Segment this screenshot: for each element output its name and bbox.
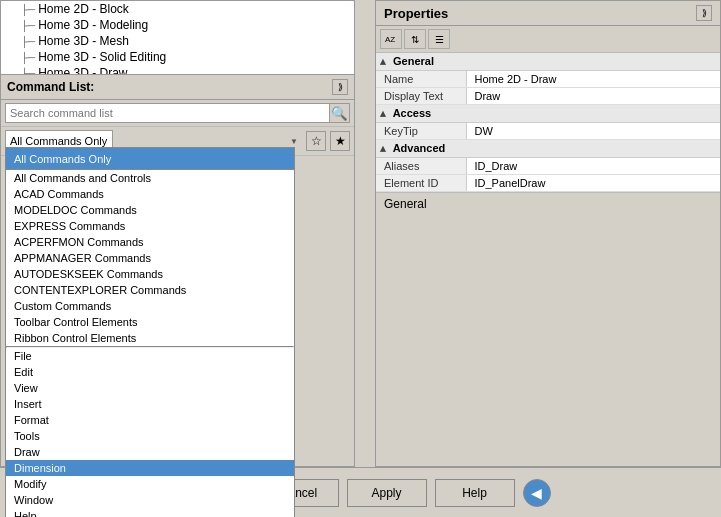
dropdown-item-express[interactable]: EXPRESS Commands [6, 218, 294, 234]
help-button[interactable]: Help [435, 479, 515, 507]
dropdown-item-help[interactable]: Help [6, 508, 294, 517]
tree-item-mesh[interactable]: ├─ Home 3D - Mesh [17, 33, 354, 49]
prop-value-keytip[interactable]: DW [466, 123, 720, 140]
tree-item-solid-editing[interactable]: ├─ Home 3D - Solid Editing [17, 49, 354, 65]
back-button[interactable]: ◀ [523, 479, 551, 507]
apply-button[interactable]: Apply [347, 479, 427, 507]
dropdown-item-view[interactable]: View [6, 380, 294, 396]
section-collapse-icon: ▴ [380, 55, 386, 67]
dropdown-item-modeldoc[interactable]: MODELDOC Commands [6, 202, 294, 218]
prop-value-element-id[interactable]: ID_PanelDraw [466, 175, 720, 192]
properties-title: Properties [384, 6, 448, 21]
tree-item-label: Home 3D - Modeling [38, 18, 148, 32]
properties-panel: Properties ⟫ AZ ⇅ ☰ ▴ [375, 0, 721, 467]
dropdown-item-acperfmon[interactable]: ACPERFMON Commands [6, 234, 294, 250]
dropdown-item-draw[interactable]: Draw [6, 444, 294, 460]
dropdown-item-label: ACAD Commands [14, 188, 104, 200]
general-label: General [384, 197, 427, 211]
prop-row-aliases: Aliases ID_Draw [376, 158, 720, 175]
section-collapse-icon: ▴ [380, 107, 386, 119]
prop-key-name: Name [376, 71, 466, 88]
tree-item-modeling[interactable]: ├─ Home 3D - Modeling [17, 17, 354, 33]
dropdown-item-ribbon-control[interactable]: Ribbon Control Elements [6, 330, 294, 346]
tree-expand-icon: ├─ [21, 52, 35, 63]
dropdown-item-label: Draw [14, 446, 40, 458]
dropdown-item-label: Modify [14, 478, 46, 490]
prop-toolbar: AZ ⇅ ☰ [376, 26, 720, 53]
tree-item-block[interactable]: ├─ Home 2D - Block [17, 1, 354, 17]
sort-az-icon: AZ [384, 31, 398, 47]
dropdown-item-tools[interactable]: Tools [6, 428, 294, 444]
section-header-advanced: ▴ Advanced [376, 140, 720, 158]
dropdown-item-edit[interactable]: Edit [6, 364, 294, 380]
prop-value-display-text[interactable]: Draw [466, 88, 720, 105]
collapse-icon: ⟫ [338, 82, 343, 92]
dropdown-item-toolbar-control[interactable]: Toolbar Control Elements [6, 314, 294, 330]
section-header-access: ▴ Access [376, 105, 720, 123]
tree-expand-icon: └─ [21, 68, 35, 76]
star-outline-button[interactable]: ☆ [306, 131, 326, 151]
dropdown-item-label: Insert [14, 398, 42, 410]
dropdown-item-label: All Commands and Controls [14, 172, 151, 184]
command-panel-title: Command List: [7, 80, 94, 94]
tree-item-label: Home 3D - Draw [38, 66, 127, 75]
dropdown-item-label: APPMANAGER Commands [14, 252, 151, 264]
dropdown-item-custom[interactable]: Custom Commands [6, 298, 294, 314]
prop-key-keytip: KeyTip [376, 123, 466, 140]
tree-expand-icon: ├─ [21, 4, 35, 15]
collapse-icon: ⟫ [702, 8, 707, 18]
dropdown-item-label: Dimension [14, 462, 66, 474]
tree-panel: ├─ Home 2D - Block ├─ Home 3D - Modeling… [0, 0, 355, 75]
search-row: 🔍 [1, 100, 354, 127]
dropdown-item-all-commands[interactable]: All Commands Only [6, 148, 294, 170]
dropdown-item-all-commands-controls[interactable]: All Commands and Controls [6, 170, 294, 186]
search-input[interactable] [5, 103, 330, 123]
prop-row-display-text: Display Text Draw [376, 88, 720, 105]
dropdown-item-insert[interactable]: Insert [6, 396, 294, 412]
dropdown-item-format[interactable]: Format [6, 412, 294, 428]
dropdown-item-window[interactable]: Window [6, 492, 294, 508]
properties-header: Properties ⟫ [376, 1, 720, 26]
dropdown-item-label: MODELDOC Commands [14, 204, 137, 216]
dropdown-item-label: CONTENTEXPLORER Commands [14, 284, 186, 296]
prop-value-name[interactable]: Home 2D - Draw [466, 71, 720, 88]
general-section-label: General [376, 192, 720, 215]
prop-sort-az-button[interactable]: AZ [380, 29, 402, 49]
prop-row-name: Name Home 2D - Draw [376, 71, 720, 88]
dropdown-item-acad[interactable]: ACAD Commands [6, 186, 294, 202]
star-filled-button[interactable]: ★ [330, 131, 350, 151]
dropdown-item-label: Help [14, 510, 37, 517]
prop-value-aliases[interactable]: ID_Draw [466, 158, 720, 175]
collapse-button[interactable]: ⟫ [332, 79, 348, 95]
dropdown-item-dimension[interactable]: Dimension [6, 460, 294, 476]
properties-table-container: ▴ General Name Home 2D - Draw Display Te… [376, 53, 720, 192]
dropdown-item-label: ACPERFMON Commands [14, 236, 144, 248]
search-button[interactable]: 🔍 [330, 103, 350, 123]
dropdown-item-contentexplorer[interactable]: CONTENTEXPLORER Commands [6, 282, 294, 298]
prop-key-display-text: Display Text [376, 88, 466, 105]
dropdown-item-label: All Commands Only [14, 153, 111, 165]
tree-expand-icon: ├─ [21, 20, 35, 31]
prop-key-element-id: Element ID [376, 175, 466, 192]
prop-row-element-id: Element ID ID_PanelDraw [376, 175, 720, 192]
list-icon: ☰ [435, 34, 444, 45]
properties-collapse-button[interactable]: ⟫ [696, 5, 712, 21]
star-filled-icon: ★ [335, 134, 346, 148]
dropdown-item-label: Tools [14, 430, 40, 442]
sort-icon: ⇅ [411, 34, 419, 45]
tree-item-label: Home 2D - Block [38, 2, 129, 16]
dropdown-item-file[interactable]: File [6, 348, 294, 364]
prop-sort-button[interactable]: ⇅ [404, 29, 426, 49]
tree-item-draw[interactable]: └─ Home 3D - Draw [17, 65, 354, 75]
properties-table: ▴ General Name Home 2D - Draw Display Te… [376, 53, 720, 192]
dropdown-item-autodeskseek[interactable]: AUTODESKSEEK Commands [6, 266, 294, 282]
dropdown-item-appmanager[interactable]: APPMANAGER Commands [6, 250, 294, 266]
command-panel-header: Command List: ⟫ [1, 75, 354, 100]
section-label: General [393, 55, 434, 67]
tree-item-label: Home 3D - Mesh [38, 34, 129, 48]
dropdown-item-label: File [14, 350, 32, 362]
dropdown-item-label: Window [14, 494, 53, 506]
prop-list-button[interactable]: ☰ [428, 29, 450, 49]
dropdown-item-label: EXPRESS Commands [14, 220, 125, 232]
dropdown-item-modify[interactable]: Modify [6, 476, 294, 492]
